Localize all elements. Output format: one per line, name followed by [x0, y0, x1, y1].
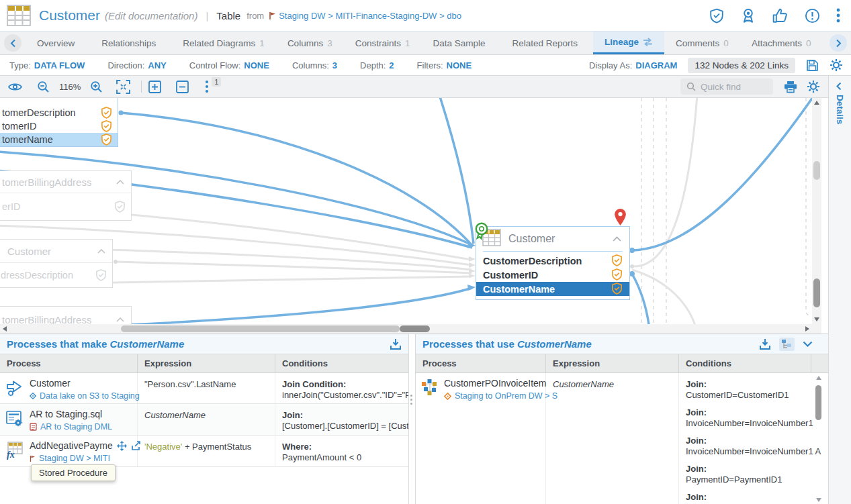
scrollbar-thumb[interactable] — [400, 325, 430, 332]
fit-to-screen-icon[interactable] — [116, 80, 130, 94]
diagram-node-partial-customer-gray[interactable]: Customer dressDescription — [0, 239, 113, 288]
scrollbar-thumb[interactable] — [815, 385, 821, 420]
tabs-scroll-right-button[interactable] — [830, 34, 847, 52]
tabs-scroll-left-button[interactable] — [4, 34, 21, 52]
process-name[interactable]: Customer — [30, 378, 140, 389]
map-pin-icon[interactable] — [614, 208, 627, 226]
collapse-panel-chevron-icon[interactable] — [803, 341, 813, 348]
node-header[interactable]: Customer — [0, 240, 112, 262]
tree-view-toggle-icon[interactable] — [779, 338, 795, 351]
lineage-diagram-canvas[interactable]: tomerDescription tomerID tomerName tomer… — [0, 98, 828, 334]
breadcrumb[interactable]: Staging DW > MITI-Finance-Staging-DW > d… — [279, 11, 461, 21]
expand-details-chevron-icon[interactable] — [836, 82, 845, 91]
scroll-right-arrow[interactable] — [805, 326, 809, 332]
move-icon[interactable] — [117, 441, 127, 451]
tab-overview[interactable]: Overview — [26, 32, 90, 54]
scroll-down-arrow[interactable] — [816, 498, 821, 502]
column-header-conditions[interactable]: Conditions — [679, 354, 811, 373]
details-label[interactable]: Details — [835, 95, 845, 124]
node-header[interactable]: tomerBillingAddress — [0, 171, 131, 193]
process-link[interactable]: Data lake on S3 to Staging — [30, 391, 140, 401]
tab-related-reports[interactable]: Related Reports — [501, 32, 594, 54]
filter-columns[interactable]: Columns:3 — [292, 60, 337, 70]
chevron-up-icon[interactable] — [613, 236, 621, 242]
scroll-down-arrow[interactable] — [814, 317, 819, 321]
scrollbar-thumb[interactable] — [813, 279, 820, 307]
diagram-node-partial-customer-columns[interactable]: tomerDescription tomerID tomerName — [0, 98, 118, 147]
column-header-process[interactable]: Process — [416, 354, 546, 373]
column-header-expression[interactable]: Expression — [546, 354, 679, 373]
certified-shield-icon[interactable] — [709, 8, 724, 23]
node-column-customerid[interactable]: CustomerID — [476, 268, 629, 282]
chevron-up-icon[interactable] — [116, 317, 124, 322]
zoom-level-value[interactable]: 116% — [59, 82, 81, 92]
node-column-row-selected[interactable]: tomerName — [0, 133, 118, 146]
table-row[interactable]: Customer Data lake on S3 to Staging "Per… — [0, 373, 408, 404]
filter-filters[interactable]: Filters:NONE — [417, 60, 472, 70]
visibility-eye-icon[interactable] — [8, 82, 22, 92]
filter-direction[interactable]: Direction:ANY — [107, 60, 166, 70]
panel-splitter-handle[interactable] — [409, 393, 414, 407]
thumbs-up-icon[interactable] — [772, 8, 789, 23]
node-column-row[interactable]: erID — [0, 193, 131, 220]
column-header-process[interactable]: Process — [0, 354, 138, 373]
node-column-customername-selected[interactable]: CustomerName — [476, 282, 629, 296]
save-icon[interactable] — [806, 59, 819, 72]
table-row[interactable]: CustomerPOInvoiceItem Staging to OnPrem … — [416, 373, 829, 504]
download-icon[interactable] — [390, 338, 402, 350]
chevron-up-icon[interactable] — [116, 180, 124, 185]
collapse-all-icon[interactable] — [176, 81, 189, 93]
tab-relationships[interactable]: Relationships — [90, 32, 171, 54]
overflow-menu-icon[interactable]: 1 — [205, 80, 209, 93]
edit-documentation-link[interactable]: (Edit documentation) — [105, 10, 197, 21]
table-row[interactable]: fx AddNegativePayme Staging DW > MITI 'N… — [0, 436, 408, 467]
process-link[interactable]: Staging DW > MITI — [30, 454, 142, 463]
settings-gear-icon[interactable] — [830, 58, 843, 72]
process-link[interactable]: AR to Staging DML — [30, 422, 112, 432]
conditions-scrollbar[interactable] — [815, 376, 822, 502]
diagram-horizontal-scrollbar[interactable] — [0, 324, 812, 334]
scroll-left-arrow[interactable] — [3, 326, 7, 332]
diagram-settings-gear-icon[interactable] — [807, 80, 820, 93]
expand-all-icon[interactable] — [148, 81, 161, 93]
zoom-out-icon[interactable] — [37, 81, 50, 93]
scroll-up-arrow[interactable] — [814, 101, 819, 105]
process-name[interactable]: CustomerPOInvoiceItem — [444, 378, 557, 389]
node-column-row[interactable]: tomerDescription — [0, 106, 118, 119]
tab-related-diagrams[interactable]: Related Diagrams1 — [171, 32, 276, 54]
node-column-row[interactable]: dressDescription — [0, 262, 112, 287]
tab-data-sample[interactable]: Data Sample — [421, 32, 500, 54]
quick-find-input[interactable]: Quick find — [680, 79, 773, 95]
table-row[interactable]: AR to Staging.sql AR to Staging DML Cust… — [0, 404, 408, 436]
filter-depth[interactable]: Depth:2 — [360, 60, 394, 70]
tab-columns[interactable]: Columns3 — [276, 32, 344, 54]
column-header-conditions[interactable]: Conditions — [275, 354, 408, 373]
filter-type[interactable]: Type:DATA FLOW — [9, 60, 85, 70]
scrollbar-thumb[interactable] — [813, 161, 820, 180]
diagram-node-customer[interactable]: Customer CustomerDescription CustomerID … — [476, 226, 630, 300]
column-header-expression[interactable]: Expression — [138, 354, 275, 373]
zoom-in-icon[interactable] — [90, 81, 103, 93]
award-ribbon-icon[interactable] — [740, 7, 756, 23]
diagram-node-partial-billing-address[interactable]: tomerBillingAddress erID — [0, 170, 132, 221]
process-link[interactable]: Staging to OnPrem DW > S — [444, 391, 557, 401]
details-side-panel[interactable]: Details — [828, 76, 851, 504]
tab-lineage[interactable]: Lineage — [593, 32, 664, 54]
process-name[interactable]: AddNegativePayme — [30, 440, 113, 451]
display-as-selector[interactable]: Display As:DIAGRAM — [589, 60, 677, 70]
diagram-vertical-scrollbar[interactable] — [812, 98, 821, 324]
scroll-up-arrow[interactable] — [816, 376, 821, 380]
chevron-up-icon[interactable] — [97, 249, 105, 254]
filter-control-flow[interactable]: Control Flow:NONE — [189, 60, 269, 70]
node-column-customerdescription[interactable]: CustomerDescription — [476, 254, 629, 268]
node-column-row[interactable]: tomerID — [0, 119, 118, 133]
tab-comments[interactable]: Comments0 — [664, 32, 740, 54]
tab-attachments[interactable]: Attachments0 — [740, 32, 823, 54]
download-icon[interactable] — [759, 338, 771, 350]
print-icon[interactable] — [784, 81, 797, 93]
scrollbar-thumb[interactable] — [121, 325, 400, 332]
alert-circle-icon[interactable] — [805, 8, 820, 23]
tab-constraints[interactable]: Constraints1 — [344, 32, 422, 54]
process-name[interactable]: AR to Staging.sql — [30, 409, 112, 419]
more-menu-icon[interactable] — [836, 7, 840, 23]
